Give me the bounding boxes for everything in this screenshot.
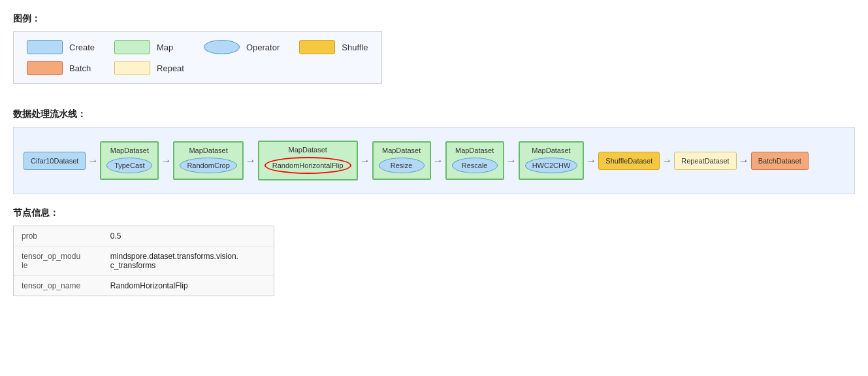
info-key-module: tensor_op_modu le (14, 247, 103, 276)
node-repeat[interactable]: RepeatDataset (674, 152, 736, 170)
map3-op[interactable]: RandomHorizontalFlip (265, 157, 351, 174)
node-map4[interactable]: MapDataset Resize (372, 141, 431, 180)
node-map1[interactable]: MapDataset TypeCast (100, 141, 159, 180)
legend-item-map: Map (114, 40, 184, 54)
info-val-prob: 0.5 (103, 226, 274, 247)
map3-label: MapDataset (289, 146, 327, 154)
node-shuffle[interactable]: ShuffleDataset (598, 152, 660, 170)
arrow-3: → (358, 155, 372, 167)
map-legend-label: Map (157, 43, 173, 52)
arrow-4: → (431, 155, 445, 167)
shuffle-legend-label: Shuffle (342, 43, 368, 52)
arrow-2: → (244, 155, 258, 167)
legend-item-batch: Batch (27, 61, 95, 75)
operator-legend-label: Operator (246, 43, 280, 52)
info-val-module: mindspore.dataset.transforms.vision.c_tr… (103, 247, 274, 276)
arrow-5: → (504, 155, 519, 167)
info-row-name: tensor_op_name RandomHorizontalFlip (14, 276, 274, 296)
arrow-1: → (159, 155, 173, 167)
info-row-prob: prob 0.5 (14, 226, 274, 247)
pipeline-area: Cifar10Dataset → MapDataset TypeCast → M… (13, 127, 855, 194)
node-cifar10[interactable]: Cifar10Dataset (24, 152, 86, 170)
legend-item-create: Create (27, 40, 95, 54)
section-legend-title: 图例： (13, 13, 855, 25)
legend-item-operator: Operator (204, 40, 280, 54)
map2-op[interactable]: RandomCrop (180, 158, 236, 173)
map5-op[interactable]: Rescale (452, 158, 498, 173)
map4-label: MapDataset (382, 146, 421, 154)
node-info-title: 节点信息： (13, 207, 855, 219)
map2-label: MapDataset (189, 146, 227, 154)
repeat-legend-label: Repeat (157, 63, 184, 73)
map5-label: MapDataset (455, 146, 494, 154)
node-map6[interactable]: MapDataset HWC2CHW (519, 141, 585, 180)
map-legend-shape (114, 40, 150, 54)
node-map5[interactable]: MapDataset Rescale (445, 141, 504, 180)
pipeline-title: 数据处理流水线： (13, 109, 855, 120)
info-val-name: RandomHorizontalFlip (103, 276, 274, 296)
map1-op[interactable]: TypeCast (106, 158, 152, 173)
legend-item-shuffle: Shuffle (299, 40, 368, 54)
legend-item-repeat: Repeat (114, 61, 184, 75)
node-batch[interactable]: BatchDataset (751, 152, 809, 170)
create-legend-shape (27, 40, 63, 54)
arrow-7: → (660, 155, 674, 167)
node-info-box: prob 0.5 tensor_op_modu le mindspore.dat… (13, 226, 274, 296)
node-map2[interactable]: MapDataset RandomCrop (173, 141, 243, 180)
create-legend-label: Create (69, 43, 95, 52)
legend-box: Create Map Operator Shuffle Batch Repeat (13, 31, 382, 84)
shuffle-legend-shape (299, 40, 335, 54)
info-row-module: tensor_op_modu le mindspore.dataset.tran… (14, 247, 274, 276)
batch-legend-shape (27, 61, 63, 75)
repeat-legend-shape (114, 61, 150, 75)
map1-label: MapDataset (110, 146, 149, 154)
node-map3[interactable]: MapDataset RandomHorizontalFlip (258, 141, 358, 180)
info-key-name: tensor_op_name (14, 276, 103, 296)
batch-legend-label: Batch (69, 63, 91, 73)
arrow-8: → (737, 155, 751, 167)
map6-op[interactable]: HWC2CHW (525, 158, 578, 173)
map6-label: MapDataset (532, 146, 570, 154)
info-key-prob: prob (14, 226, 103, 247)
operator-legend-shape (204, 40, 240, 54)
arrow-6: → (584, 155, 598, 167)
pipeline-flow: Cifar10Dataset → MapDataset TypeCast → M… (24, 141, 844, 180)
map4-op[interactable]: Resize (379, 158, 425, 173)
arrow-0: → (86, 155, 100, 167)
